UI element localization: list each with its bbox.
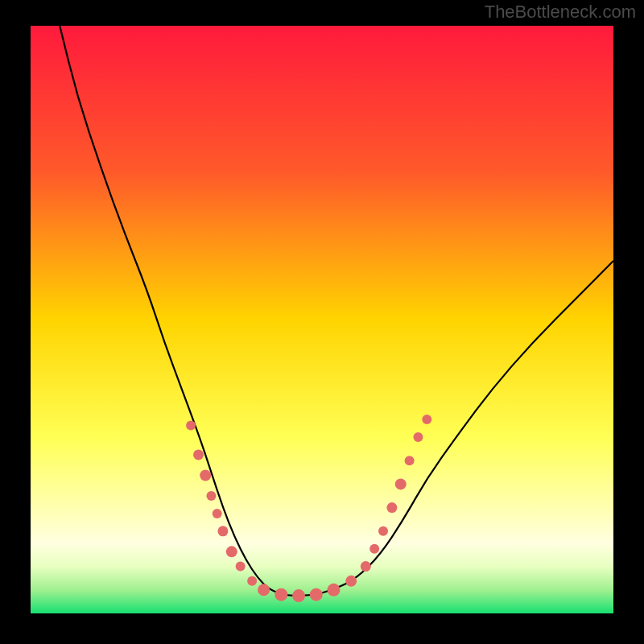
scatter-point <box>422 415 431 424</box>
scatter-point <box>200 469 211 481</box>
watermark-text: TheBottleneck.com <box>485 2 636 23</box>
scatter-point <box>378 526 388 536</box>
scatter-point <box>206 491 216 501</box>
gradient-background <box>31 26 613 613</box>
scatter-point <box>405 456 415 465</box>
scatter-point <box>236 562 246 572</box>
scatter-point <box>275 588 287 601</box>
plot-area <box>31 26 613 613</box>
scatter-point <box>361 561 371 572</box>
scatter-point <box>193 449 204 460</box>
scatter-point <box>413 432 423 442</box>
scatter-point <box>226 546 237 557</box>
scatter-point <box>310 588 323 601</box>
scatter-point <box>258 584 270 596</box>
scatter-point <box>247 576 257 586</box>
scatter-point <box>386 502 397 513</box>
scatter-point <box>292 589 305 602</box>
scatter-point <box>345 576 357 587</box>
scatter-point <box>213 509 222 518</box>
scatter-point <box>186 420 196 430</box>
chart-svg <box>31 26 613 613</box>
scatter-point <box>395 478 407 489</box>
scatter-point <box>217 526 228 536</box>
scatter-point <box>327 584 340 597</box>
scatter-point <box>369 544 379 554</box>
chart-frame: TheBottleneck.com <box>0 0 644 644</box>
